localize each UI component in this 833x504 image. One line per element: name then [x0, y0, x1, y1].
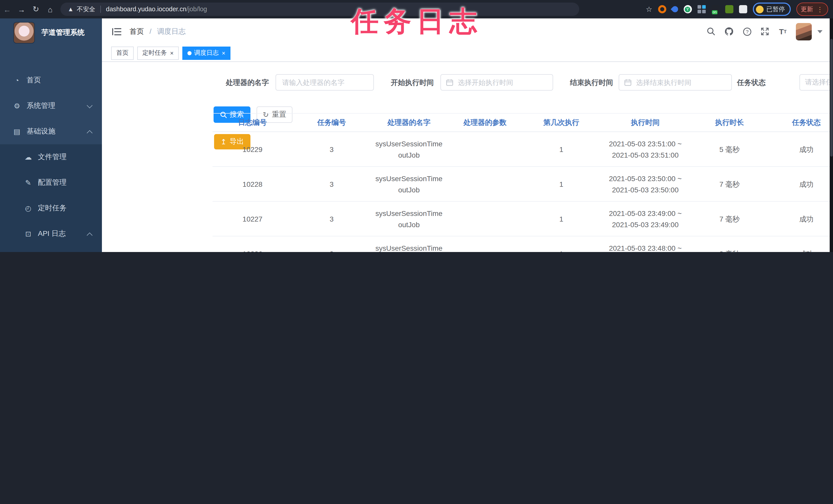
tab-close-icon[interactable]: ×: [222, 50, 225, 56]
end-time-field[interactable]: [619, 74, 732, 91]
cell-exec-time: 2021-05-03 23:49:00 ~ 2021-05-03 23:49:0…: [600, 207, 691, 230]
extension-icon[interactable]: [670, 5, 679, 14]
cell-exec-time: 2021-05-03 23:50:00 ~ 2021-05-03 23:50:0…: [600, 173, 691, 195]
address-bar[interactable]: ▲ 不安全 dashboard.yudao.iocoder.cn /job/lo…: [61, 3, 579, 16]
user-menu-caret-icon[interactable]: [817, 30, 822, 33]
tab-label: 调度日志: [194, 49, 219, 57]
cell-duration: 7 毫秒: [691, 178, 768, 190]
sidebar-item-配置管理[interactable]: ✎ 配置管理: [0, 170, 102, 196]
sidebar-item-label: 文件管理: [38, 152, 67, 162]
handler-name-field[interactable]: [276, 74, 374, 91]
end-time-input[interactable]: [635, 78, 726, 87]
sidebar-item-定时任务[interactable]: ◴ 定时任务: [0, 196, 102, 221]
extension-icon[interactable]: Y: [684, 5, 692, 13]
browser-home-icon[interactable]: ⌂: [43, 5, 57, 14]
infrastructure-icon: ▤: [12, 127, 22, 135]
browser-actions: ☆ Y on 已暂停 更新 ⋮: [646, 3, 833, 16]
app-logo-row[interactable]: 芋道管理系统: [0, 19, 102, 47]
help-icon[interactable]: ?: [742, 26, 752, 36]
table-row: 10228 3 sysUserSessionTimeoutJob 1 2021-…: [213, 167, 833, 202]
column-header: 日志编号: [213, 118, 292, 127]
job-status-label: 任务状态: [731, 74, 766, 91]
api-log-icon: ⊡: [24, 230, 33, 238]
sidebar-item-首页[interactable]: ◔ 首页: [0, 68, 102, 93]
cell-handler-name: sysUserSessionTimeoutJob: [374, 242, 444, 252]
cell-log-id: 10229: [213, 144, 292, 155]
cell-duration: 8 毫秒: [691, 248, 768, 252]
browser-forward-icon[interactable]: →: [14, 5, 29, 14]
upload-cloud-icon: ☁: [24, 153, 33, 161]
table-header-row: 日志编号任务编号处理器的名字处理器的参数第几次执行执行时间执行时长任务状态操作: [213, 113, 833, 132]
browser-back-icon[interactable]: ←: [0, 5, 14, 14]
scrollbar-thumb[interactable]: [830, 39, 832, 157]
sidebar-item-基础设施[interactable]: ▤ 基础设施: [0, 119, 102, 144]
exec-time-start: 2021-05-03 23:49:00 ~: [600, 207, 691, 219]
cell-job-id: 3: [292, 248, 371, 252]
chevron-down-icon: [87, 103, 93, 108]
cell-exec-time: 2021-05-03 23:51:00 ~ 2021-05-03 23:51:0…: [600, 138, 691, 160]
job-status-placeholder: 请选择任务状态: [805, 78, 833, 87]
sidebar-item-系统管理[interactable]: ⚙ 系统管理: [0, 93, 102, 119]
cell-exec-index: 1: [523, 178, 600, 190]
exec-time-end: 2021-05-03 23:50:00: [600, 184, 691, 195]
cell-exec-index: 1: [523, 248, 600, 252]
cell-duration: 5 毫秒: [691, 144, 768, 155]
sidebar-item-label: API 日志: [38, 229, 66, 238]
url-path: /job/log: [186, 6, 207, 13]
extension-icon[interactable]: [725, 5, 733, 13]
table-row: 10229 3 sysUserSessionTimeoutJob 1 2021-…: [213, 132, 833, 167]
view-tab-定时任务[interactable]: 定时任务 ×: [137, 46, 179, 59]
sidebar-item-api-日志[interactable]: ⊡ API 日志: [0, 221, 102, 247]
cell-status: 成功: [768, 178, 833, 190]
job-status-select[interactable]: 请选择任务状态: [800, 74, 833, 91]
fullscreen-icon[interactable]: [760, 26, 770, 36]
exec-time-end: 2021-05-03 23:49:00: [600, 219, 691, 230]
browser-menu-icon: ⋮: [817, 6, 823, 12]
github-icon[interactable]: [724, 26, 734, 36]
edit-icon: ✎: [24, 179, 33, 187]
column-header: 执行时间: [600, 118, 691, 127]
extension-icon[interactable]: on: [711, 5, 719, 13]
browser-update-button[interactable]: 更新 ⋮: [796, 3, 828, 16]
extensions-puzzle-icon[interactable]: [739, 5, 747, 13]
exec-time-end: 2021-05-03 23:51:00: [600, 149, 691, 160]
page-scrollbar[interactable]: [829, 19, 833, 252]
end-time-label: 结束执行时间: [566, 74, 613, 91]
font-size-icon[interactable]: TT: [778, 26, 788, 36]
cell-job-id: 3: [292, 213, 371, 224]
breadcrumb-home[interactable]: 首页: [129, 27, 144, 35]
sidebar-item-label: 基础设施: [27, 127, 55, 136]
sidebar-toggle-icon[interactable]: [112, 28, 121, 35]
column-header: 处理器的名字: [371, 118, 447, 127]
extension-icon[interactable]: [658, 5, 666, 13]
handler-name-input[interactable]: [281, 78, 368, 87]
view-tab-首页[interactable]: 首页: [111, 46, 134, 59]
timer-icon: ◴: [24, 204, 33, 212]
start-time-label: 开始执行时间: [387, 74, 434, 91]
tab-close-icon[interactable]: ×: [170, 50, 174, 56]
start-time-input[interactable]: [457, 78, 547, 87]
view-tab-调度日志[interactable]: 调度日志 ×: [182, 46, 231, 59]
app-title: 芋道管理系统: [42, 28, 85, 37]
search-icon[interactable]: [706, 26, 716, 36]
browser-reload-icon[interactable]: ↻: [29, 5, 43, 14]
cell-job-id: 3: [292, 144, 371, 155]
gear-icon: ⚙: [12, 102, 22, 110]
sidebar-item-label: 首页: [27, 76, 41, 85]
extension-icon[interactable]: [697, 5, 706, 13]
dashboard-icon: ◔: [12, 76, 22, 84]
sidebar-menu: ◔ 首页 ⚙ 系统管理 ▤ 基础设施 ☁ 文件管理 ✎ 配置管理 ◴ 定时任务 …: [0, 68, 102, 252]
sidebar-item-label: 系统管理: [27, 101, 55, 110]
start-time-field[interactable]: [441, 74, 553, 91]
profile-paused-badge[interactable]: 已暂停: [753, 3, 790, 16]
cell-log-id: 10228: [213, 178, 292, 190]
screenshot-root: ← → ↻ ⌂ ▲ 不安全 dashboard.yudao.iocoder.cn…: [0, 0, 833, 252]
sidebar-item-访问日志[interactable]: ⊞ 访问日志: [0, 247, 102, 252]
breadcrumb: 首页 / 调度日志: [129, 27, 186, 36]
tags-view-bar: 首页 定时任务 × 调度日志 ×: [102, 45, 829, 62]
column-header: 处理器的参数: [447, 118, 523, 127]
sidebar-item-文件管理[interactable]: ☁ 文件管理: [0, 144, 102, 170]
user-avatar[interactable]: [795, 23, 811, 40]
bookmark-star-icon[interactable]: ☆: [646, 5, 652, 13]
column-header: 第几次执行: [523, 118, 600, 127]
